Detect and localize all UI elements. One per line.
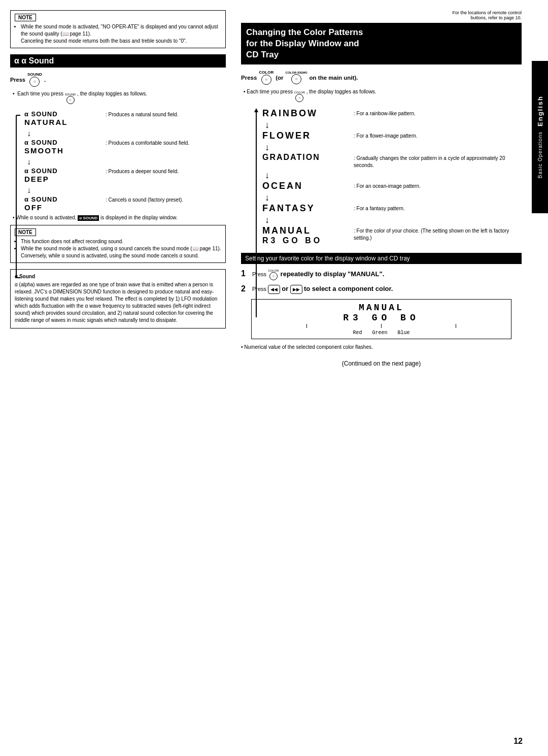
sound-deep-left: α SOUND DEEP — [24, 167, 106, 183]
numerical-note-text: Numerical value of the selected componen… — [244, 344, 372, 350]
color-toggle-text2: , the display toggles as follows. — [306, 89, 376, 94]
color-button-icon[interactable]: ○ — [261, 75, 271, 85]
sound-btn-inline: SOUND ○ — [65, 93, 76, 104]
color-demo-icon[interactable]: ○ — [291, 74, 301, 84]
arrow-smooth: ↓ — [24, 158, 226, 166]
step2-bold: to select a component color. — [304, 285, 393, 292]
arrow-flower: ↓ — [262, 143, 522, 152]
sound-deep-row: α SOUND DEEP : Produces a deeper sound f… — [24, 167, 226, 183]
color-item-gradation: GRADATION : Gradually changes the color … — [262, 153, 522, 169]
sound-off-name: OFF — [24, 203, 106, 212]
sound-item-off: α SOUND OFF : Cancels α sound (factory p… — [24, 195, 226, 212]
language-label: English — [536, 95, 544, 126]
sound-icon-sm: ○ — [66, 96, 75, 104]
color-item-manual: MANUAL R3 GO BO : For the color of your … — [262, 225, 522, 245]
color-rainbow-name: RAINBOW — [262, 108, 354, 119]
color-ocean-desc: : For an ocean-image pattern. — [354, 181, 522, 190]
color-demo-stack: COLOR /DEMO ○ — [286, 71, 307, 84]
color-manual-sub: R3 GO BO — [262, 236, 354, 245]
manual-display-line1: MANUAL — [259, 303, 503, 313]
color-fantasy-desc: : For a fantasy pattern. — [354, 203, 522, 212]
arrow-ocean: ↓ — [262, 193, 522, 202]
sound-item-deep: α SOUND DEEP : Produces a deeper sound f… — [24, 167, 226, 194]
color-items-list: RAINBOW : For a rainbow-like pattern. ↓ … — [251, 108, 522, 245]
step1-btn[interactable]: ○ — [269, 272, 278, 280]
top-note: For the locations of remote control butt… — [241, 10, 522, 20]
arrow-gradation: ↓ — [262, 171, 522, 180]
step-1-num: 1 — [241, 269, 249, 278]
sound-button-stack: SOUND ○ — [27, 73, 42, 87]
alpha-symbol-title: α — [14, 56, 19, 65]
step2-prev-btn[interactable]: ◀◀ — [268, 285, 280, 294]
press-on-main-label: on the main unit). — [310, 75, 358, 81]
note-item-1: While the sound mode is activated, "NO O… — [21, 23, 221, 45]
color-toggle-desc: • Each time you press COLOR ○ , the disp… — [241, 89, 522, 102]
color-item-fantasy: FANTASY : For a fantasy pattern. — [262, 203, 522, 214]
color-item-rainbow: RAINBOW : For a rainbow-like pattern. — [262, 108, 522, 119]
sound-natural-row: α SOUND NATURAL : Produces a natural sou… — [24, 110, 226, 126]
color-ocean-name: OCEAN — [262, 181, 354, 191]
note-box-2: NOTE This function does not affect recor… — [10, 225, 226, 263]
note-list-top: While the sound mode is activated, "NO O… — [15, 23, 221, 45]
color-flower-desc: : For a flower-image pattern. — [354, 130, 522, 140]
sound-deep-mode: α SOUND — [24, 167, 106, 175]
note2-item-1: This function does not affect recording … — [21, 238, 221, 245]
label-green: Green — [372, 330, 387, 336]
arrow-rainbow: ↓ — [262, 120, 522, 129]
favorite-title-text: Setting your favorite color for the disp… — [245, 255, 410, 262]
sound-toggle-desc: • Each time you press SOUND ○ , the disp… — [10, 91, 226, 104]
press-color-label: Press — [241, 75, 257, 81]
sound-smooth-left: α SOUND SMOOTH — [24, 139, 106, 155]
press-or-label: (or — [276, 75, 283, 81]
continued-text: (Continued on the next page) — [241, 360, 522, 367]
step2-next-btn[interactable]: ▶▶ — [290, 285, 302, 294]
page-number: 12 — [513, 737, 523, 746]
step-2-text: Press ◀◀ or ▶▶ to select a component col… — [252, 284, 522, 294]
color-fantasy-name: FANTASY — [262, 203, 354, 214]
side-tab: English Basic Operations — [532, 61, 548, 213]
sound-off-left: α SOUND OFF — [24, 195, 106, 212]
rgb-tick-lines — [269, 324, 493, 328]
color-gradation-desc: : Gradually changes the color pattern in… — [354, 153, 522, 169]
step1-icon: COLOR ○ — [268, 269, 279, 280]
color-icon-sm: ○ — [295, 94, 303, 102]
note-label-top: NOTE — [15, 14, 36, 21]
step-2-num: 2 — [241, 284, 249, 293]
sound-item-natural: α SOUND NATURAL : Produces a natural sou… — [24, 110, 226, 138]
step1-bold: repeatedly to display — [281, 270, 346, 278]
alpha-badge: α SOUND — [78, 215, 99, 221]
bracket-svg — [10, 110, 21, 283]
sound-deep-desc: : Produces a deeper sound field. — [106, 167, 226, 175]
section-label: Basic Operations — [537, 132, 543, 178]
continued-label: (Continued on the next page) — [342, 360, 421, 367]
color-gradation-name: GRADATION — [262, 153, 354, 162]
press-sound-instruction: Press SOUND ○ . — [10, 73, 226, 87]
sound-natural-name: NATURAL — [24, 118, 106, 126]
note2-item-2: While the sound mode is activated, using… — [21, 245, 221, 259]
right-title-line1: Changing the Color Patterns — [246, 27, 363, 37]
bullet-1: • — [13, 91, 15, 96]
info-box-text: α (alpha) waves are regarded as one type… — [15, 281, 221, 324]
right-column: For the locations of remote control butt… — [233, 10, 522, 746]
color-item-ocean: OCEAN : For an ocean-image pattern. — [262, 181, 522, 191]
toggle-text-1: Each time you press — [17, 91, 64, 96]
favorite-title-bar: Setting your favorite color for the disp… — [241, 253, 522, 264]
svg-marker-4 — [254, 108, 258, 112]
sound-icon-label: SOUND — [27, 73, 42, 77]
manual-display-box: MANUAL R3 GO BO Red Green Blue — [251, 299, 511, 339]
sound-natural-left: α SOUND NATURAL — [24, 110, 106, 126]
alpha-active-note: • While α sound is activated, α SOUND is… — [10, 215, 226, 221]
tick-red — [306, 324, 307, 328]
sound-button-icon[interactable]: ○ — [29, 77, 40, 87]
label-red: Red — [353, 330, 362, 336]
info-box-title: α Sound — [15, 274, 221, 279]
color-label-top: COLOR — [259, 71, 273, 75]
color-manual-desc: : For the color of your choice. (The set… — [354, 225, 522, 242]
rgb-labels: Red Green Blue — [259, 330, 503, 336]
step2-or: or — [282, 285, 290, 292]
toggle-text-2: , the display toggles as follows. — [77, 91, 147, 96]
sound-smooth-row: α SOUND SMOOTH : Produces a comfortable … — [24, 139, 226, 155]
note-box-top: NOTE While the sound mode is activated, … — [10, 10, 226, 48]
sound-deep-name: DEEP — [24, 175, 106, 183]
top-note-line1: For the locations of remote control — [452, 10, 522, 15]
